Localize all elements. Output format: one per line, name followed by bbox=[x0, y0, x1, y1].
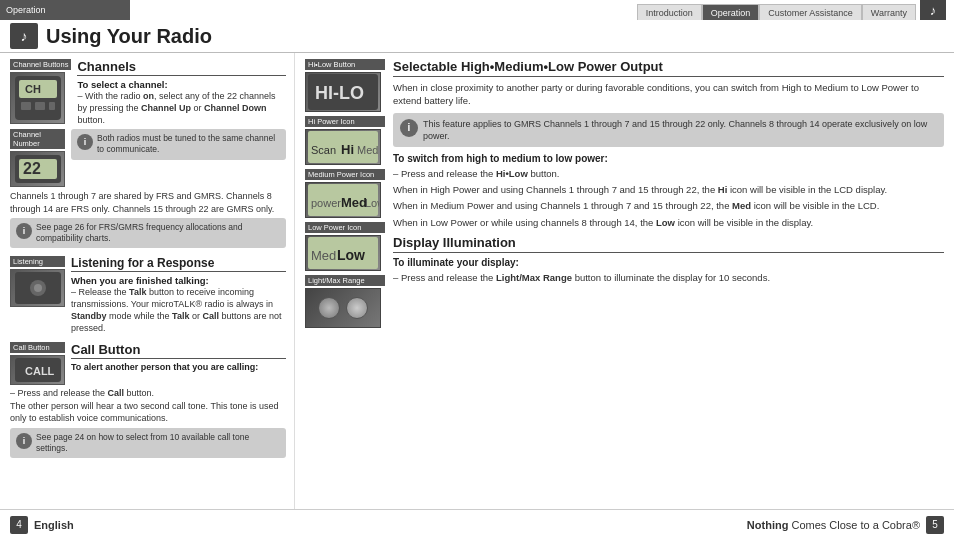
svg-text:HI-LO: HI-LO bbox=[315, 83, 364, 103]
channels-section: Channel Buttons CH Chann bbox=[10, 59, 286, 248]
low-power-label: Low Power Icon bbox=[305, 222, 385, 233]
operation-bar-left: Operation bbox=[0, 0, 130, 20]
channel-buttons-image: CH bbox=[10, 72, 65, 124]
display-subtitle: To illuminate your display: bbox=[393, 257, 944, 268]
note-icon-power: i bbox=[400, 119, 418, 137]
tab-introduction[interactable]: Introduction bbox=[637, 4, 702, 20]
svg-text:CALL: CALL bbox=[25, 365, 55, 377]
hilo-label: Hi•Low Button bbox=[305, 59, 385, 70]
svg-rect-5 bbox=[49, 102, 55, 110]
channels-text: Channels To select a channel: – With the… bbox=[77, 59, 286, 126]
footer-tagline: Nothing Comes Close to a Cobra® bbox=[747, 519, 920, 531]
footer-right: Nothing Comes Close to a Cobra® 5 bbox=[747, 516, 944, 534]
hi-power-image: Scan Hi Med L bbox=[305, 129, 381, 165]
call-image: CALL bbox=[10, 355, 65, 385]
channel-num-display: 22 bbox=[10, 151, 65, 187]
left-column: Channel Buttons CH Chann bbox=[0, 53, 295, 514]
power-note-box: i This feature applies to GMRS Channels … bbox=[393, 113, 944, 147]
power-section-title: Selectable High•Medium•Low Power Output bbox=[393, 59, 944, 77]
note-icon-2: i bbox=[16, 223, 32, 239]
svg-point-11 bbox=[34, 284, 42, 292]
med-power-label: Medium Power Icon bbox=[305, 169, 385, 180]
tab-customer[interactable]: Customer Assistance bbox=[759, 4, 862, 20]
switch-body-3: When in Medium Power and using Channels … bbox=[393, 199, 944, 212]
right-column: Hi•Low Button HI-LO Hi Power Icon Scan H… bbox=[295, 53, 954, 514]
channels-body-2: Channels 1 through 7 are shared by FRS a… bbox=[10, 190, 286, 214]
channel-note2-text: See page 26 for FRS/GMRS frequency alloc… bbox=[36, 222, 280, 244]
listening-label: Listening bbox=[10, 256, 65, 267]
call-body: – Press and release the Call button. The… bbox=[10, 387, 286, 423]
call-note-box: i See page 24 on how to select from 10 a… bbox=[10, 428, 286, 458]
hi-power-label: Hi Power Icon bbox=[305, 116, 385, 127]
channel-note2-box: i See page 26 for FRS/GMRS frequency all… bbox=[10, 218, 286, 248]
switch-body-2: When in High Power and using Channels 1 … bbox=[393, 183, 944, 196]
display-title: Display Illumination bbox=[393, 235, 944, 253]
channels-body-1: – With the radio on, select any of the 2… bbox=[77, 90, 286, 126]
svg-rect-3 bbox=[21, 102, 31, 110]
switch-body-1: – Press and release the Hi•Low button. bbox=[393, 167, 944, 180]
call-image-area: Call Button CALL bbox=[10, 342, 65, 385]
right-images-col: Hi•Low Button HI-LO Hi Power Icon Scan H… bbox=[305, 59, 385, 330]
hilo-image: HI-LO bbox=[305, 72, 381, 112]
channels-title: Channels bbox=[77, 59, 286, 76]
call-title: Call Button bbox=[71, 342, 286, 359]
right-text-col: Selectable High•Medium•Low Power Output … bbox=[393, 59, 944, 330]
svg-text:Med: Med bbox=[311, 248, 336, 263]
svg-text:power: power bbox=[311, 197, 341, 209]
low-power-image: Med Low bbox=[305, 235, 381, 271]
svg-text:Hi: Hi bbox=[341, 142, 354, 157]
listening-section: Listening Listening for a Response When … bbox=[10, 256, 286, 335]
svg-text:CH: CH bbox=[25, 83, 41, 95]
tab-bar: Introduction Operation Customer Assistan… bbox=[637, 0, 954, 20]
channel-number-label: Channel Number bbox=[10, 129, 65, 149]
switch-body-4: When in Low Power or while using channel… bbox=[393, 216, 944, 229]
power-note-text: This feature applies to GMRS Channels 1 … bbox=[423, 118, 937, 142]
med-power-image: power Med Low bbox=[305, 182, 381, 218]
svg-text:Med: Med bbox=[341, 195, 367, 210]
footer: 4 English Nothing Comes Close to a Cobra… bbox=[0, 509, 954, 539]
channel-note-box: i Both radios must be tuned to the same … bbox=[71, 129, 286, 159]
channels-image-area: Channel Buttons CH bbox=[10, 59, 71, 124]
call-label: Call Button bbox=[10, 342, 65, 353]
page-title: Using Your Radio bbox=[46, 25, 212, 48]
svg-text:Low: Low bbox=[337, 247, 365, 263]
channel-buttons-label: Channel Buttons bbox=[10, 59, 71, 70]
footer-lang: English bbox=[34, 519, 74, 531]
call-text: Call Button To alert another person that… bbox=[71, 342, 286, 372]
svg-rect-4 bbox=[35, 102, 45, 110]
call-subtitle: To alert another person that you are cal… bbox=[71, 362, 286, 372]
header-logo: ♪ bbox=[10, 23, 38, 49]
channels-subtitle: To select a channel: bbox=[77, 79, 286, 90]
svg-text:Scan: Scan bbox=[311, 144, 336, 156]
channel-note-text: Both radios must be tuned to the same ch… bbox=[97, 133, 280, 155]
listening-subtitle: When you are finished talking: bbox=[71, 275, 286, 286]
listening-title: Listening for a Response bbox=[71, 256, 286, 272]
listening-body: – Release the Talk button to receive inc… bbox=[71, 286, 286, 335]
page-number-left: 4 bbox=[10, 516, 28, 534]
light-label: Light/Max Range bbox=[305, 275, 385, 286]
light-image bbox=[305, 288, 381, 328]
switch-title: To switch from high to medium to low pow… bbox=[393, 153, 944, 164]
tab-warranty[interactable]: Warranty bbox=[862, 4, 916, 20]
note-icon-1: i bbox=[77, 134, 93, 150]
note-icon-3: i bbox=[16, 433, 32, 449]
footer-left: 4 English bbox=[10, 516, 74, 534]
call-note-text: See page 24 on how to select from 10 ava… bbox=[36, 432, 280, 454]
listening-image bbox=[10, 269, 65, 307]
page-number-right: 5 bbox=[926, 516, 944, 534]
call-section: Call Button CALL Call Button To alert an… bbox=[10, 342, 286, 458]
power-main-body: When in close proximity to another party… bbox=[393, 81, 944, 108]
listening-image-area: Listening bbox=[10, 256, 65, 307]
svg-text:Med L: Med L bbox=[357, 144, 379, 156]
channel-number-image: Channel Number 22 bbox=[10, 129, 65, 187]
tab-operation[interactable]: Operation bbox=[702, 4, 760, 20]
display-body: – Press and release the Light/Max Range … bbox=[393, 271, 944, 284]
header-right-logo: ♪ bbox=[920, 0, 946, 20]
svg-text:Low: Low bbox=[365, 197, 379, 209]
svg-text:22: 22 bbox=[23, 160, 41, 177]
listening-text: Listening for a Response When you are fi… bbox=[71, 256, 286, 335]
